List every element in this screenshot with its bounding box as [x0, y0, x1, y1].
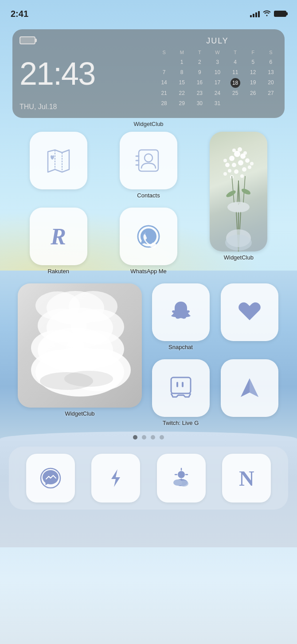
cal-month: JULY — [156, 36, 279, 46]
dock-netflix[interactable]: N — [222, 454, 271, 503]
clock-calendar-widget[interactable]: 21:43 THU, Jul.18 JULY S M T W T F S 1 — [12, 29, 285, 118]
cal-header-t1: T — [191, 48, 208, 57]
app-grid-row3: WidgetClub Snapchat — [18, 283, 279, 426]
cal-cell — [227, 99, 244, 108]
app-heart[interactable] — [219, 283, 279, 341]
twitch-icon[interactable] — [152, 359, 210, 417]
cal-cell: 29 — [173, 99, 190, 108]
cal-cell: 9 — [191, 68, 208, 77]
location-arrow-svg — [235, 374, 264, 402]
svg-point-28 — [250, 162, 254, 165]
heart-svg — [235, 298, 264, 326]
svg-point-11 — [225, 235, 252, 251]
svg-line-34 — [232, 176, 234, 203]
app-widgetclub-flowers[interactable]: WidgetClub — [198, 132, 279, 275]
clouds-widget-icon[interactable] — [18, 283, 142, 408]
snapchat-label: Snapchat — [168, 344, 193, 350]
snapchat-icon[interactable] — [152, 283, 210, 341]
whatsapp-svg — [134, 222, 163, 251]
svg-point-30 — [240, 174, 244, 178]
svg-point-37 — [241, 188, 251, 196]
cal-cell: 31 — [209, 99, 226, 108]
svg-point-65 — [180, 480, 188, 487]
flowers-svg — [210, 132, 267, 251]
cal-header-m: M — [173, 48, 190, 57]
heart-icon[interactable] — [221, 283, 278, 341]
whatsapp-label: WhatsApp Me — [130, 268, 167, 275]
svg-point-21 — [242, 167, 246, 172]
rakuten-icon[interactable]: R — [30, 208, 87, 265]
page-dot-2[interactable] — [142, 435, 146, 440]
status-time: 2:41 — [11, 9, 28, 19]
contacts-icon[interactable] — [120, 132, 177, 189]
widgetclub-clouds-label: WidgetClub — [65, 410, 94, 417]
svg-point-16 — [238, 160, 243, 165]
svg-point-22 — [248, 165, 251, 169]
weather-svg — [169, 466, 194, 491]
svg-rect-56 — [182, 382, 184, 387]
status-icons — [250, 9, 286, 18]
cal-cell: 20 — [262, 78, 279, 88]
cal-header-f: F — [245, 48, 262, 57]
svg-rect-55 — [176, 382, 178, 387]
svg-point-58 — [178, 471, 185, 478]
svg-point-12 — [229, 156, 234, 161]
app-grid-main: Contacts — [18, 132, 279, 275]
cal-header-w: W — [209, 48, 226, 57]
svg-rect-54 — [171, 377, 191, 393]
cal-cell: 11 — [227, 68, 244, 77]
svg-point-24 — [238, 147, 242, 152]
maps-icon[interactable] — [30, 132, 87, 189]
cal-cell: 25 — [227, 89, 244, 98]
cal-cell: 24 — [209, 89, 226, 98]
page-dot-3[interactable] — [151, 435, 155, 440]
map-svg — [44, 146, 73, 175]
cal-cell: 10 — [209, 68, 226, 77]
cal-cell: 17 — [209, 78, 226, 88]
app-widgetclub-clouds[interactable]: WidgetClub — [18, 283, 142, 417]
app-snapchat[interactable]: Snapchat — [151, 283, 211, 350]
battery-icon — [274, 11, 286, 17]
cal-cell: 8 — [173, 68, 190, 77]
app-whatsapp[interactable]: WhatsApp Me — [108, 208, 189, 275]
cal-cell: 14 — [156, 78, 172, 88]
app-contacts[interactable]: Contacts — [108, 132, 189, 199]
cal-cell: 28 — [156, 99, 172, 108]
cal-header-s2: S — [262, 48, 279, 57]
page-dot-4[interactable] — [160, 435, 164, 440]
bolt-svg — [103, 466, 128, 491]
widget-time-section: 21:43 THU, Jul.18 — [12, 29, 150, 118]
whatsapp-icon[interactable] — [120, 208, 177, 265]
location-icon[interactable] — [221, 359, 278, 417]
dock-messenger[interactable] — [26, 454, 75, 503]
twitch-svg — [167, 374, 195, 402]
svg-point-53 — [64, 371, 113, 387]
page-dot-1[interactable] — [133, 435, 137, 440]
status-bar: 2:41 — [0, 0, 297, 22]
dock-bolt[interactable] — [91, 454, 140, 503]
contacts-svg — [134, 146, 163, 175]
twitch-label: Twitch: Live G — [163, 420, 199, 426]
cal-cell: 4 — [227, 58, 244, 67]
contacts-label: Contacts — [137, 192, 160, 199]
snapchat-svg — [167, 298, 195, 326]
widget-battery-icon — [20, 36, 35, 44]
cal-cell: 15 — [173, 78, 190, 88]
app-maps[interactable] — [18, 132, 99, 199]
svg-point-51 — [69, 291, 117, 322]
svg-point-19 — [228, 169, 231, 173]
app-location[interactable] — [219, 359, 279, 417]
dock: N — [9, 447, 288, 510]
dock-weather[interactable] — [157, 454, 206, 503]
svg-point-3 — [145, 154, 152, 162]
svg-point-26 — [243, 151, 247, 155]
app-rakuten[interactable]: R Rakuten — [18, 208, 99, 275]
cal-cell: 26 — [245, 89, 262, 98]
cal-cell: 12 — [245, 68, 262, 77]
svg-point-20 — [234, 169, 238, 174]
flowers-widget-icon[interactable] — [210, 132, 267, 251]
widget-area: 21:43 THU, Jul.18 JULY S M T W T F S 1 — [12, 29, 285, 127]
rakuten-label: Rakuten — [47, 268, 69, 275]
app-twitch[interactable]: Twitch: Live G — [151, 359, 211, 426]
widget-clock: 21:43 — [20, 58, 143, 90]
